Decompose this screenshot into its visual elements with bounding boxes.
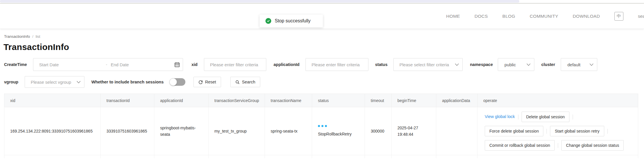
cell-operate: View global lock Delete global session F… (477, 107, 638, 155)
cluster-select-value: default (567, 62, 580, 67)
status-select[interactable]: Please select filter criteria (393, 58, 463, 71)
chevron-down-icon (455, 63, 459, 66)
reset-button[interactable]: Reset (193, 77, 221, 87)
col-header-status: status (312, 94, 365, 107)
delete-global-session-button[interactable]: Delete global session (522, 112, 569, 122)
reset-button-label: Reset (205, 80, 216, 84)
col-header-begintime: beginTime (392, 94, 436, 107)
col-header-applicationid: applicationId (154, 94, 209, 107)
cell-xid: 169.254.134.222:8091:333910751603961865 (4, 107, 101, 155)
col-header-operate: operate (477, 94, 638, 107)
nav-blog[interactable]: BLOG (502, 14, 515, 19)
nav-download[interactable]: DOWNLOAD (573, 14, 600, 19)
start-global-session-retry-button[interactable]: Start global session retry (550, 126, 604, 136)
breadcrumb-list: list (36, 34, 40, 39)
createtime-label: CreateTime (4, 58, 27, 71)
refresh-icon (198, 80, 203, 84)
nav-home[interactable]: HOME (446, 14, 460, 19)
cell-transactionid: 333910751603961865 (101, 107, 154, 155)
operate-separator (558, 143, 558, 148)
search-button-label: Search (242, 80, 255, 84)
chevron-down-icon (589, 63, 594, 66)
horizontal-scrollbar (0, 0, 644, 3)
operate-separator (573, 115, 573, 119)
end-date-input[interactable] (107, 62, 160, 67)
col-header-transactionservicegroup: transactionServiceGroup (209, 94, 265, 107)
breadcrumb-transactioninfo[interactable]: TransactionInfo (4, 34, 30, 39)
nav-community[interactable]: COMMUNITY (530, 14, 558, 19)
cell-transactionname: spring-seata-tx (265, 107, 312, 155)
col-header-xid: xid (4, 94, 101, 107)
transactions-table: xid transactionId applicationId transact… (4, 94, 638, 158)
vgroup-label: vgroup (4, 76, 18, 88)
operate-row-1: View global lock Delete global session (485, 112, 573, 122)
col-header-transactionid: transactionId (101, 94, 154, 107)
operate-separator (547, 129, 547, 134)
change-global-session-status-button[interactable]: Change global session status (561, 140, 624, 151)
branch-sessions-toggle[interactable] (170, 78, 185, 86)
cell-status: StopRollbackRetry (312, 107, 365, 155)
cluster-label: cluster (541, 58, 555, 71)
toast-notification: Stop successfully (260, 15, 323, 27)
table-row: 169.254.134.222:8091:333910751603961865 … (4, 107, 638, 155)
search-icon (235, 80, 240, 84)
success-check-icon (265, 18, 271, 24)
xid-filter-input[interactable] (204, 58, 266, 71)
operate-row-2: Force delete global session Start global… (485, 126, 608, 136)
status-label: status (375, 58, 388, 71)
namespace-select-value: public (504, 62, 516, 67)
cell-applicationdata (436, 107, 477, 155)
namespace-label: namespace (470, 58, 493, 71)
vgroup-select-placeholder: Please select vgroup (31, 80, 71, 85)
cell-timeout: 300000 (365, 107, 392, 155)
operate-row-3: Commit or rollback global session Change… (485, 140, 624, 151)
cell-applicationid: springboot-mybatis-seata (154, 107, 209, 155)
view-global-lock-link[interactable]: View global lock (485, 113, 515, 120)
table-header-row: xid transactionId applicationId transact… (4, 94, 638, 107)
col-header-timeout: timeout (365, 94, 392, 107)
xid-label: xid (191, 58, 198, 71)
vgroup-select[interactable]: Please select vgroup (25, 76, 84, 88)
table-row-partial (4, 155, 638, 158)
breadcrumb-separator: / (32, 34, 33, 39)
main-nav: HOME DOCS BLOG COMMUNITY DOWNLOAD 中 sea (446, 12, 644, 21)
commit-or-rollback-global-session-button[interactable]: Commit or rollback global session (485, 140, 555, 151)
search-link[interactable]: sea (638, 14, 644, 19)
col-header-transactionname: transactionName (265, 94, 312, 107)
filter-form: CreateTime - xid applicationId status Pl… (0, 56, 644, 89)
status-select-placeholder: Please select filter criteria (399, 62, 449, 67)
chevron-down-icon (77, 81, 81, 83)
applicationid-filter-input[interactable] (305, 58, 368, 71)
chevron-down-icon (527, 63, 531, 66)
toggle-knob (169, 78, 177, 86)
namespace-select[interactable]: public (498, 58, 534, 71)
cell-transactionservicegroup: my_test_tx_group (209, 107, 265, 155)
scrollbar-thumb[interactable] (0, 0, 519, 3)
status-value: StopRollbackRetry (318, 131, 352, 137)
cell-begintime: 2025-04-27 19:48:44 (392, 107, 436, 155)
start-date-input[interactable] (33, 62, 106, 67)
status-loading-dots-icon (318, 125, 327, 127)
page-title: TransactionInfo (3, 41, 644, 53)
operate-separator (607, 129, 608, 134)
operate-separator (518, 115, 518, 119)
toast-message: Stop successfully (275, 18, 311, 24)
calendar-icon[interactable] (174, 62, 180, 67)
force-delete-global-session-button[interactable]: Force delete global session (485, 126, 543, 136)
create-time-range-picker[interactable]: - (33, 58, 183, 71)
language-toggle-button[interactable]: 中 (614, 12, 623, 21)
applicationid-label: applicationId (274, 58, 299, 71)
nav-docs[interactable]: DOCS (475, 14, 488, 19)
cluster-select[interactable]: default (561, 58, 597, 71)
breadcrumb: TransactionInfo / list (4, 34, 644, 39)
search-button[interactable]: Search (230, 77, 260, 87)
col-header-applicationdata: applicationData (436, 94, 477, 107)
branch-sessions-toggle-label: Whether to include branch sessions (91, 76, 164, 88)
